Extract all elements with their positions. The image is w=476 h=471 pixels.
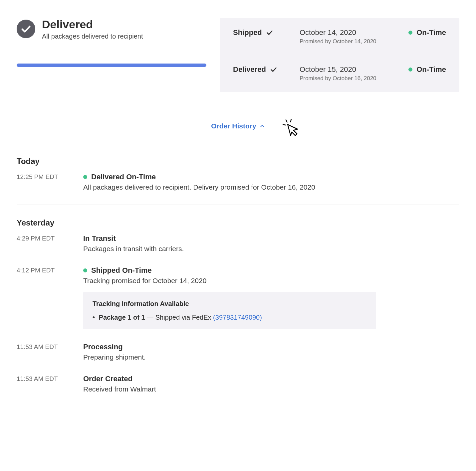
history-event: 12:25 PM EDT Delivered On-Time All packa… xyxy=(17,173,459,191)
event-time: 12:25 PM EDT xyxy=(17,173,73,191)
status-dot-icon xyxy=(408,31,412,35)
status-dot-icon xyxy=(83,175,87,179)
milestones-card: Shipped October 14, 2020 Promised by Oct… xyxy=(220,18,459,92)
day-divider xyxy=(17,205,459,205)
milestone-label: Shipped xyxy=(233,28,262,37)
event-desc: Packages in transit with carriers. xyxy=(83,245,459,253)
milestone-promised: Promised by October 14, 2020 xyxy=(300,38,402,45)
summary-section: Delivered All packages delivered to reci… xyxy=(17,18,459,92)
milestone-row-shipped: Shipped October 14, 2020 Promised by Oct… xyxy=(220,18,459,55)
event-time: 11:53 AM EDT xyxy=(17,343,73,361)
event-title: Shipped On-Time xyxy=(91,266,152,275)
cursor-click-icon xyxy=(281,118,300,138)
milestone-label: Delivered xyxy=(233,65,266,74)
status-title: Delivered xyxy=(42,18,143,31)
event-title: Delivered On-Time xyxy=(91,173,156,181)
tracking-separator: — xyxy=(145,314,155,321)
check-icon xyxy=(266,29,273,36)
event-title: Processing xyxy=(83,343,123,351)
event-title: Order Created xyxy=(83,375,132,383)
tracking-via: Shipped via FedEx xyxy=(155,314,213,321)
event-title: In Transit xyxy=(83,234,116,243)
milestone-row-delivered: Delivered October 15, 2020 Promised by O… xyxy=(220,55,459,92)
history-event: 4:29 PM EDT In Transit Packages in trans… xyxy=(17,234,459,253)
delivered-check-icon xyxy=(17,20,35,38)
event-desc: All packages delivered to recipient. Del… xyxy=(83,183,459,191)
event-time: 4:12 PM EDT xyxy=(17,266,73,329)
svg-line-0 xyxy=(286,120,287,122)
event-desc: Preparing shipment. xyxy=(83,353,459,361)
milestone-status: On-Time xyxy=(416,65,446,74)
order-history-label: Order History xyxy=(211,122,256,130)
history-event: 11:53 AM EDT Order Created Received from… xyxy=(17,375,459,393)
order-history-toggle[interactable]: Order History xyxy=(211,122,265,130)
check-icon xyxy=(270,66,277,73)
event-desc: Tracking promised for October 14, 2020 xyxy=(83,277,459,285)
tracking-title: Tracking Information Available xyxy=(93,300,367,308)
tracking-info-box: Tracking Information Available • Package… xyxy=(83,292,376,329)
day-label: Yesterday xyxy=(17,218,459,228)
tracking-link[interactable]: (397831749090) xyxy=(213,314,262,321)
milestone-status: On-Time xyxy=(416,28,446,37)
status-dot-icon xyxy=(408,68,412,72)
milestone-date: October 14, 2020 xyxy=(300,28,402,37)
svg-line-2 xyxy=(283,124,286,125)
milestone-date: October 15, 2020 xyxy=(300,65,402,74)
day-label: Today xyxy=(17,157,459,166)
tracking-package-label: Package 1 of 1 xyxy=(99,314,145,321)
milestone-promised: Promised by October 16, 2020 xyxy=(300,75,402,82)
progress-bar xyxy=(17,64,206,67)
order-history-section: Today 12:25 PM EDT Delivered On-Time All… xyxy=(17,157,459,393)
svg-line-1 xyxy=(291,119,291,122)
summary-left: Delivered All packages delivered to reci… xyxy=(17,18,206,92)
chevron-up-icon xyxy=(260,123,265,129)
history-event: 4:12 PM EDT Shipped On-Time Tracking pro… xyxy=(17,266,459,329)
status-subtitle: All packages delivered to recipient xyxy=(42,33,143,40)
event-time: 11:53 AM EDT xyxy=(17,375,73,393)
bullet-icon: • xyxy=(93,314,95,321)
status-dot-icon xyxy=(83,268,87,272)
history-event: 11:53 AM EDT Processing Preparing shipme… xyxy=(17,343,459,361)
event-desc: Received from Walmart xyxy=(83,385,459,393)
event-time: 4:29 PM EDT xyxy=(17,234,73,253)
